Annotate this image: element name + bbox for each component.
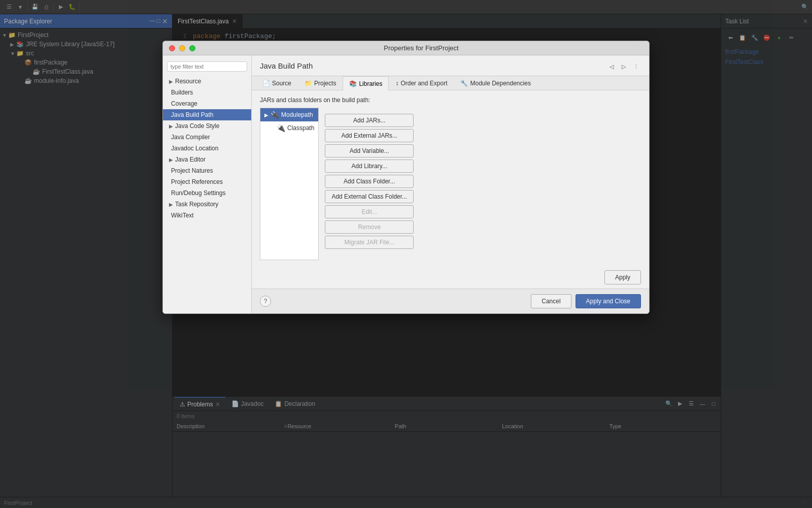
- edit-button[interactable]: Edit...: [325, 205, 414, 218]
- header-forward-icon[interactable]: ▷: [619, 61, 629, 72]
- module-tab-label: Module Dependencies: [470, 80, 530, 87]
- nav-item-wikitext[interactable]: WikiText: [163, 210, 251, 221]
- build-path-label: JARs and class folders on the build path…: [260, 97, 641, 104]
- projects-tab-label: Projects: [314, 80, 336, 87]
- nav-item-java-build-path[interactable]: Java Build Path: [163, 109, 251, 120]
- nav-arrow: ▶: [169, 79, 173, 84]
- modal-footer-buttons: Cancel Apply and Close: [531, 294, 641, 308]
- apply-row: Apply: [252, 266, 649, 289]
- modal-sidebar: ▶ Resource Builders Coverage Java Build …: [163, 55, 252, 313]
- projects-tab-icon: 📁: [304, 80, 312, 87]
- nav-item-java-code-style[interactable]: ▶ Java Code Style: [163, 120, 251, 132]
- modal-main: Java Build Path ◁ ▷ ⋮ 📄 Source 📁: [252, 55, 649, 313]
- add-external-class-folder-button[interactable]: Add External Class Folder...: [325, 190, 414, 203]
- add-external-jars-button[interactable]: Add External JARs...: [325, 129, 414, 142]
- build-item-classpath[interactable]: 🔌 Classpath: [260, 121, 318, 135]
- nav-label: Java Compiler: [171, 134, 210, 141]
- nav-label: WikiText: [171, 212, 194, 219]
- source-tab-label: Source: [272, 80, 291, 87]
- nav-item-coverage[interactable]: Coverage: [163, 98, 251, 109]
- apply-close-button[interactable]: Apply and Close: [576, 294, 641, 308]
- nav-label: Coverage: [171, 100, 197, 107]
- header-menu-icon[interactable]: ⋮: [631, 61, 641, 72]
- nav-item-java-compiler[interactable]: Java Compiler: [163, 132, 251, 143]
- modal-overlay: Properties for FirstProject ▶ Resource B…: [0, 0, 812, 508]
- tab-libraries[interactable]: 📚 Libraries: [343, 76, 389, 90]
- nav-label: Run/Debug Settings: [171, 189, 225, 197]
- item-expand-arrow: ▶: [264, 112, 268, 118]
- modal-title: Properties for FirstProject: [199, 44, 643, 52]
- modal-section-title: Java Build Path: [260, 61, 313, 70]
- build-item-label: Classpath: [287, 124, 314, 132]
- add-class-folder-button[interactable]: Add Class Folder...: [325, 175, 414, 188]
- minimize-traffic-light[interactable]: [179, 45, 185, 51]
- tab-source[interactable]: 📄 Source: [256, 76, 298, 90]
- libraries-tab-label: Libraries: [359, 80, 382, 87]
- nav-label: Builders: [171, 89, 193, 96]
- maximize-traffic-light[interactable]: [189, 45, 195, 51]
- nav-label: Java Build Path: [171, 111, 213, 118]
- order-tab-label: Order and Export: [400, 80, 447, 87]
- modal-tabs: 📄 Source 📁 Projects 📚 Libraries ↕ Order …: [252, 76, 649, 90]
- nav-item-task-repository[interactable]: ▶ Task Repository: [163, 199, 251, 210]
- nav-arrow: ▶: [169, 157, 173, 163]
- nav-arrow: ▶: [169, 123, 173, 129]
- nav-item-project-natures[interactable]: Project Natures: [163, 165, 251, 176]
- modal-content-area: JARs and class folders on the build path…: [252, 90, 649, 266]
- module-tab-icon: 🔧: [460, 80, 468, 87]
- nav-label: Task Repository: [175, 201, 218, 208]
- modal-titlebar: Properties for FirstProject: [163, 41, 649, 55]
- source-tab-icon: 📄: [262, 80, 270, 87]
- nav-label: Java Editor: [175, 156, 206, 163]
- build-path-buttons: Add JARs... Add External JARs... Add Var…: [319, 108, 420, 260]
- modal-content-row: ▶ 🔌 Modulepath 🔌 Classpath Add JARs...: [260, 108, 641, 260]
- header-back-icon[interactable]: ◁: [606, 61, 617, 72]
- nav-label: Project Natures: [171, 167, 213, 174]
- nav-label: Project References: [171, 178, 223, 185]
- modal-body: ▶ Resource Builders Coverage Java Build …: [163, 55, 649, 313]
- nav-label: Java Code Style: [175, 122, 219, 130]
- modal-footer: ? Cancel Apply and Close: [252, 289, 649, 313]
- nav-item-resource[interactable]: ▶ Resource: [163, 76, 251, 87]
- migrate-jar-button[interactable]: Migrate JAR File...: [325, 236, 414, 249]
- nav-arrow: ▶: [169, 202, 173, 207]
- add-jars-button[interactable]: Add JARs...: [325, 114, 414, 127]
- modal-filter-input[interactable]: [167, 61, 247, 72]
- build-path-list: ▶ 🔌 Modulepath 🔌 Classpath: [260, 108, 319, 260]
- tab-projects[interactable]: 📁 Projects: [298, 76, 343, 90]
- apply-button[interactable]: Apply: [604, 270, 641, 284]
- modal-header-icons: ◁ ▷ ⋮: [606, 61, 641, 72]
- tab-module-deps[interactable]: 🔧 Module Dependencies: [454, 76, 537, 90]
- remove-button[interactable]: Remove: [325, 220, 414, 234]
- build-item-modulepath[interactable]: ▶ 🔌 Modulepath: [260, 108, 318, 121]
- nav-item-run-debug[interactable]: Run/Debug Settings: [163, 187, 251, 199]
- nav-item-project-references[interactable]: Project References: [163, 176, 251, 187]
- nav-label: Javadoc Location: [171, 145, 218, 152]
- help-button[interactable]: ?: [260, 296, 271, 307]
- classpath-icon: 🔌: [277, 124, 285, 132]
- modulepath-icon: 🔌: [270, 111, 279, 119]
- nav-item-java-editor[interactable]: ▶ Java Editor: [163, 154, 251, 165]
- cancel-button[interactable]: Cancel: [531, 294, 571, 308]
- nav-item-builders[interactable]: Builders: [163, 87, 251, 98]
- properties-modal: Properties for FirstProject ▶ Resource B…: [162, 41, 650, 314]
- order-tab-icon: ↕: [395, 80, 398, 87]
- close-traffic-light[interactable]: [169, 45, 175, 51]
- libraries-tab-icon: 📚: [349, 80, 357, 87]
- build-item-label: Modulepath: [281, 111, 313, 118]
- modal-filter: [167, 61, 247, 72]
- add-library-button[interactable]: Add Library...: [325, 160, 414, 173]
- tab-order-export[interactable]: ↕ Order and Export: [389, 76, 454, 90]
- add-variable-button[interactable]: Add Variable...: [325, 144, 414, 157]
- nav-item-javadoc-location[interactable]: Javadoc Location: [163, 143, 251, 154]
- nav-label: Resource: [175, 78, 201, 85]
- modal-header: Java Build Path ◁ ▷ ⋮: [252, 55, 649, 76]
